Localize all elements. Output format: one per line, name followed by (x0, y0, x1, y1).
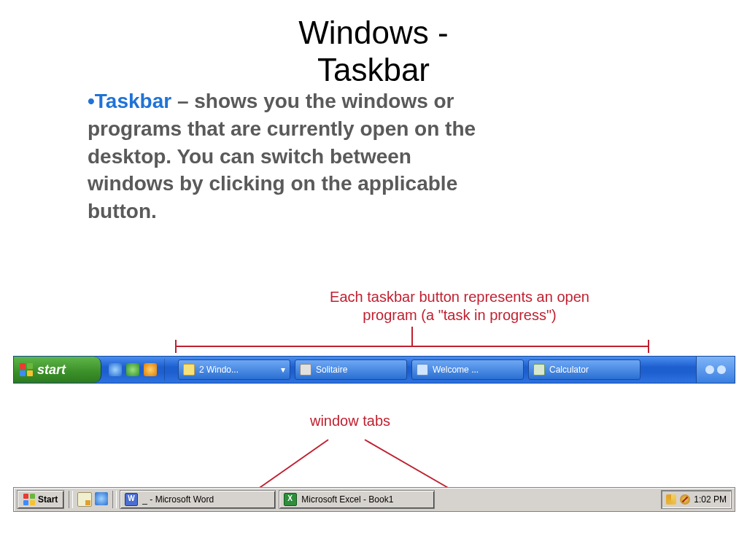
xp-task-welcome[interactable]: Welcome ... (411, 359, 524, 380)
classic-task-label: Microsoft Excel - Book1 (301, 494, 393, 505)
xp-task-label: Calculator (549, 365, 589, 375)
xp-start-button[interactable]: start (14, 357, 101, 383)
word-icon (125, 493, 138, 506)
callout-window-tabs: window tabs (277, 413, 423, 429)
xp-task-label: Solitaire (316, 365, 347, 375)
classic-quick-launch (74, 492, 111, 507)
classic-task-label: _ - Microsoft Word (142, 494, 214, 505)
brace-annotation (175, 327, 649, 356)
windows-logo-icon (23, 494, 35, 505)
chevron-down-icon: ▾ (281, 365, 285, 375)
xp-task-buttons: 2 Windo... ▾ Solitaire Welcome ... Calcu… (165, 359, 696, 380)
solitaire-icon (300, 364, 311, 376)
clock[interactable]: 1:02 PM (694, 494, 727, 505)
callout-task-button: Each taskbar button represents an open p… (277, 288, 642, 324)
xp-quick-launch (101, 359, 165, 381)
folder-icon (183, 364, 195, 376)
tray-icon[interactable] (705, 365, 714, 374)
xp-taskbar: start 2 Windo... ▾ Solitaire Welcome ...… (13, 356, 735, 384)
xp-start-label: start (37, 362, 66, 378)
show-desktop-icon[interactable] (77, 492, 92, 507)
xp-task-label: Welcome ... (433, 365, 479, 375)
definition-text: •Taskbar – shows you the windows or prog… (88, 88, 496, 225)
media-player-icon[interactable] (144, 363, 157, 376)
callout1-line1: Each taskbar button represents an open (330, 289, 589, 305)
title-line1: Windows - (298, 15, 448, 50)
blocked-icon[interactable] (680, 494, 690, 505)
classic-system-tray: 1:02 PM (661, 490, 732, 509)
windows-logo-icon (20, 363, 33, 376)
callout1-line2: program (a "task in progress") (363, 307, 556, 323)
volume-icon[interactable] (666, 494, 676, 505)
xp-task-windows-group[interactable]: 2 Windo... ▾ (178, 359, 290, 380)
classic-task-excel[interactable]: Microsoft Excel - Book1 (279, 490, 435, 509)
term-taskbar: Taskbar (95, 90, 171, 112)
ie-icon[interactable] (109, 363, 122, 376)
classic-start-label: Start (38, 494, 58, 505)
xp-task-solitaire[interactable]: Solitaire (295, 359, 407, 380)
xp-task-calculator[interactable]: Calculator (528, 359, 640, 380)
title-line2: Taskbar (317, 52, 430, 88)
classic-taskbar: Start _ - Microsoft Word Microsoft Excel… (13, 487, 735, 512)
ie-icon[interactable] (95, 492, 108, 505)
xp-task-label: 2 Windo... (199, 365, 239, 375)
separator (69, 491, 73, 508)
classic-task-word[interactable]: _ - Microsoft Word (120, 490, 276, 509)
excel-icon (284, 493, 297, 506)
xp-system-tray[interactable] (696, 357, 735, 383)
calculator-icon (533, 364, 545, 376)
separator (112, 491, 117, 508)
bullet-icon: • (88, 90, 95, 112)
slide-title: Windows - Taskbar (0, 15, 747, 88)
tray-icon[interactable] (717, 365, 726, 374)
welcome-icon (417, 364, 428, 376)
classic-start-button[interactable]: Start (17, 490, 64, 509)
msn-icon[interactable] (126, 363, 139, 376)
